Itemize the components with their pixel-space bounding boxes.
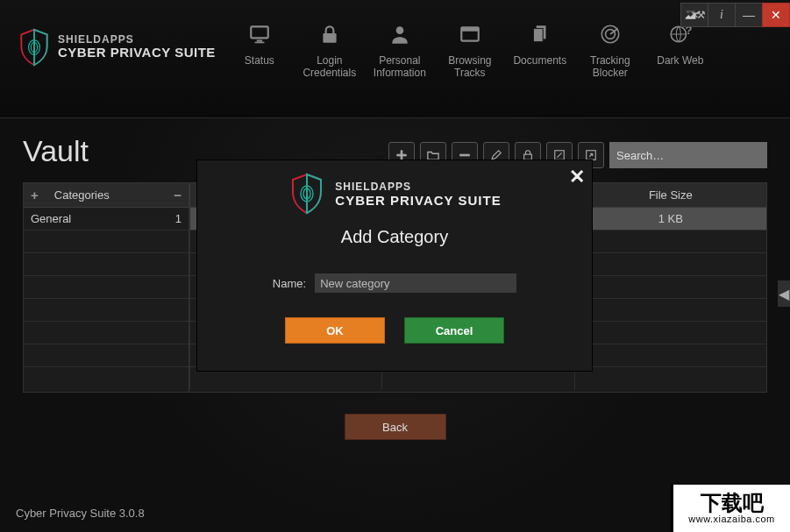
app-header: SHIELDAPPS CYBER PRIVACY SUITE Status Lo…: [0, 0, 790, 118]
col-size[interactable]: File Size: [574, 183, 766, 208]
side-panel-toggle[interactable]: ◀: [778, 280, 790, 307]
svg-rect-5: [254, 42, 264, 44]
svg-rect-6: [323, 33, 336, 43]
documents-icon: [528, 23, 552, 46]
watermark: 下载吧 www.xiazaiba.com: [671, 485, 790, 532]
svg-rect-3: [251, 26, 268, 38]
person-icon: [388, 23, 412, 46]
radar-icon: [598, 23, 623, 46]
nav-status[interactable]: Status: [224, 16, 295, 80]
nav-browsing-tracks[interactable]: Browsing Tracks: [435, 16, 505, 80]
back-button[interactable]: Back: [345, 414, 446, 440]
add-category-dialog: ✕ SHIELDAPPS CYBER PRIVACY SUITE Add Cat…: [197, 160, 592, 371]
nav-documents[interactable]: Documents: [505, 16, 575, 80]
category-remove-button[interactable]: −: [174, 188, 181, 202]
minimize-button[interactable]: —: [735, 3, 763, 27]
svg-rect-16: [460, 154, 470, 156]
category-row-empty: [24, 322, 189, 344]
svg-rect-4: [257, 40, 263, 42]
dialog-title: Add Category: [197, 227, 592, 247]
category-row-empty: [24, 276, 189, 299]
category-row[interactable]: General 1: [24, 208, 189, 231]
category-add-button[interactable]: +: [31, 188, 39, 202]
category-row-empty: [24, 344, 189, 367]
close-button[interactable]: ✕: [762, 3, 790, 27]
nav-tracking-blocker[interactable]: Tracking Blocker: [575, 16, 645, 80]
page-title: Vault: [23, 134, 89, 168]
category-row-empty: [24, 299, 189, 322]
settings-button[interactable]: ✕ ⚒: [680, 3, 708, 27]
nav-login-credentials[interactable]: Login Credentials: [295, 16, 365, 80]
category-row-empty: [24, 253, 189, 276]
nav-personal-information[interactable]: Personal Information: [365, 16, 435, 80]
monitor-icon: [247, 23, 272, 46]
cancel-button[interactable]: Cancel: [404, 317, 504, 344]
svg-rect-11: [533, 29, 543, 42]
name-label: Name:: [273, 277, 306, 290]
dialog-close-button[interactable]: ✕: [569, 166, 585, 188]
svg-rect-17: [524, 154, 532, 160]
window-icon: [458, 23, 482, 46]
brand-line2: CYBER PRIVACY SUITE: [58, 46, 216, 60]
category-row-empty: [24, 231, 189, 253]
categories-panel: + Categories − General 1: [23, 182, 189, 393]
app-logo: SHIELDAPPS CYBER PRIVACY SUITE: [18, 28, 216, 67]
dialog-logo: SHIELDAPPS CYBER PRIVACY SUITE: [197, 173, 592, 215]
category-name-input[interactable]: [315, 273, 516, 293]
search-input[interactable]: [609, 142, 767, 168]
info-button[interactable]: i: [708, 3, 736, 27]
ok-button[interactable]: OK: [285, 317, 385, 344]
category-row-empty: [24, 367, 189, 390]
svg-rect-9: [461, 27, 479, 31]
svg-point-7: [395, 26, 403, 34]
categories-header: Categories: [54, 188, 110, 202]
version-label: Cyber Privacy Suite 3.0.8: [16, 507, 145, 520]
lock-icon: [317, 23, 342, 46]
